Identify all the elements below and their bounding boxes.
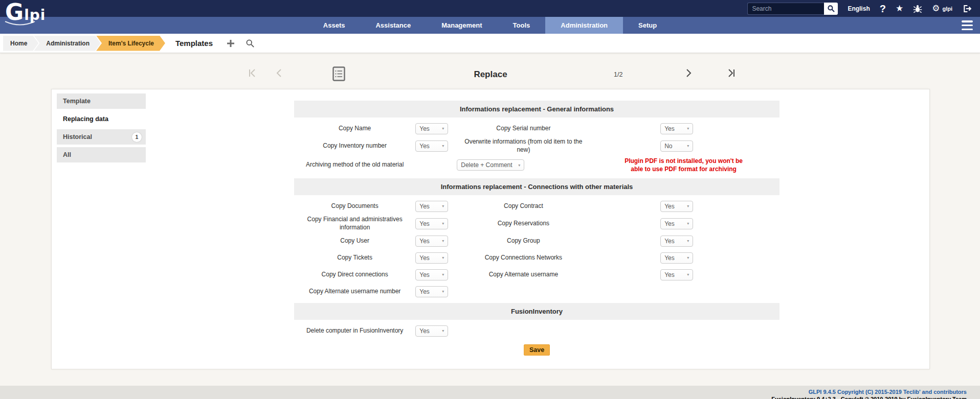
language-selector[interactable]: English	[848, 5, 870, 12]
dropdown-value: No	[664, 143, 672, 150]
global-search	[747, 3, 838, 15]
record-title: Replace	[51, 69, 930, 80]
copy-name-dropdown[interactable]: Yes ▾	[415, 123, 448, 134]
save-button[interactable]: Save	[524, 344, 550, 356]
field-label: Copy User	[294, 236, 415, 246]
copy-user-dropdown[interactable]: Yes ▾	[415, 236, 448, 247]
next-page-button[interactable]	[685, 68, 693, 78]
copyleft-icon: ©	[865, 396, 869, 399]
dropdown-value: Yes	[664, 254, 675, 262]
record-pager: Replace 1/2	[51, 66, 930, 85]
field-label: Copy Tickets	[294, 253, 415, 263]
field-label: Copy Group	[459, 236, 588, 246]
nav-administration[interactable]: Administration	[545, 17, 623, 34]
dropdown-value: Yes	[419, 288, 430, 295]
breadcrumb: Home Administration Item's Lifecycle Tem…	[0, 34, 980, 53]
chevron-down-icon: ▾	[442, 126, 444, 131]
field-label: Delete computer in FusionInventory	[294, 326, 415, 336]
user-settings[interactable]: ⚙ glpi	[932, 4, 952, 13]
field-label: Copy Serial number	[459, 124, 588, 134]
form-row: Copy Direct connections Yes ▾ Copy Alter…	[294, 266, 779, 283]
fusioninventory-copyright[interactable]: FusionInventory 9.4+2.3 - Copyleft © 201…	[0, 396, 967, 399]
bug-report-icon[interactable]	[913, 4, 922, 13]
tab-template[interactable]: Template	[57, 93, 146, 109]
breadcrumb-items-lifecycle[interactable]: Item's Lifecycle	[96, 36, 165, 51]
delete-computer-fusioninventory-dropdown[interactable]: Yes ▾	[415, 325, 448, 337]
bookmark-star-icon[interactable]: ★	[896, 4, 903, 13]
copy-inventory-number-dropdown[interactable]: Yes ▾	[415, 140, 448, 152]
field-label: Copy Documents	[294, 201, 415, 212]
chevron-down-icon: ▾	[687, 272, 689, 277]
overwrite-informations-dropdown[interactable]: No ▾	[660, 140, 693, 152]
field-label: Archiving method of the old material	[294, 160, 415, 170]
chevron-down-icon: ▾	[442, 204, 444, 208]
tab-all[interactable]: All	[57, 147, 146, 162]
tab-historical[interactable]: Historical 1	[57, 129, 146, 145]
record-card: Template Replacing data Historical 1 All…	[51, 89, 930, 369]
dropdown-value: Yes	[419, 238, 430, 245]
archiving-method-dropdown[interactable]: Delete + Comment ▾	[457, 159, 524, 171]
breadcrumb-home[interactable]: Home	[3, 36, 38, 51]
copy-connections-networks-dropdown[interactable]: Yes ▾	[660, 252, 693, 264]
nav-tools[interactable]: Tools	[498, 17, 546, 34]
main-content: Replace 1/2 Template Replacing data Hist…	[0, 66, 980, 399]
section-title-connections: Informations replacement - Connections w…	[294, 178, 779, 195]
tab-count-badge: 1	[132, 132, 142, 142]
form-row: Copy Tickets Yes ▾ Copy Connections Netw…	[294, 249, 779, 266]
dropdown-value: Yes	[419, 143, 430, 150]
form-row: Copy Name Yes ▾ Copy Serial number Yes ▾	[294, 120, 779, 137]
tab-label: All	[63, 151, 71, 158]
search-input[interactable]	[747, 3, 824, 15]
nav-assistance[interactable]: Assistance	[360, 17, 426, 34]
search-icon	[246, 39, 255, 48]
field-label: Copy Direct connections	[294, 270, 415, 280]
save-row: Save	[294, 344, 779, 356]
search-icon	[827, 5, 835, 13]
copy-group-dropdown[interactable]: Yes ▾	[660, 236, 693, 247]
field-label: Copy Alternate username	[459, 270, 588, 280]
glpi-copyright-link[interactable]: GLPI 9.4.5 Copyright (C) 2015-2019 Tecli…	[0, 389, 967, 395]
chevron-down-icon: ▾	[442, 272, 444, 277]
help-icon[interactable]: ?	[880, 4, 886, 14]
tab-replacing-data[interactable]: Replacing data	[57, 111, 146, 127]
copy-contract-dropdown[interactable]: Yes ▾	[660, 201, 693, 212]
copy-documents-dropdown[interactable]: Yes ▾	[415, 201, 448, 212]
list-search-button[interactable]	[246, 39, 255, 48]
field-label: Copy Connections Networks	[459, 253, 588, 263]
dropdown-value: Yes	[419, 271, 430, 278]
copy-financial-dropdown[interactable]: Yes ▾	[415, 218, 448, 229]
dropdown-value: Yes	[419, 203, 430, 210]
section-title-fusioninventory: FusionInventory	[294, 303, 779, 320]
replace-form: Informations replacement - General infor…	[294, 89, 779, 369]
chevron-down-icon: ▾	[687, 144, 689, 148]
last-page-button[interactable]	[727, 68, 736, 78]
field-label: Copy Name	[294, 124, 415, 134]
copy-reservations-dropdown[interactable]: Yes ▾	[660, 218, 693, 229]
fusion-copyright-text: 2010-2019 by FusionInventory Team	[871, 396, 967, 399]
copy-serial-number-dropdown[interactable]: Yes ▾	[660, 123, 693, 134]
tab-label: Replacing data	[63, 115, 108, 123]
add-button[interactable]	[226, 39, 235, 48]
hamburger-menu-icon[interactable]	[962, 20, 973, 30]
breadcrumb-administration[interactable]: Administration	[34, 36, 101, 51]
copy-tickets-dropdown[interactable]: Yes ▾	[415, 252, 448, 264]
footer: GLPI 9.4.5 Copyright (C) 2015-2019 Tecli…	[0, 386, 980, 399]
chevron-down-icon: ▾	[687, 126, 689, 131]
chevron-down-icon: ▾	[442, 239, 444, 243]
tab-label: Historical	[63, 133, 92, 140]
nav-assets[interactable]: Assets	[308, 17, 361, 34]
search-button[interactable]	[824, 3, 838, 15]
nav-setup[interactable]: Setup	[623, 17, 672, 34]
copy-alternate-username-dropdown[interactable]: Yes ▾	[660, 269, 693, 280]
dropdown-value: Yes	[664, 125, 675, 132]
pdf-plugin-error: Plugin PDF is not installed, you won't b…	[588, 157, 779, 173]
field-label: Copy Contract	[459, 201, 588, 212]
logout-icon[interactable]	[962, 4, 972, 13]
fusion-copyright-text: FusionInventory 9.4+2.3 - Copyleft	[771, 396, 863, 399]
copy-direct-connections-dropdown[interactable]: Yes ▾	[415, 269, 448, 280]
nav-management[interactable]: Management	[426, 17, 497, 34]
dropdown-value: Yes	[419, 125, 430, 132]
copy-alternate-username-number-dropdown[interactable]: Yes ▾	[415, 286, 448, 297]
plus-icon	[226, 39, 235, 48]
logo-swoosh	[4, 20, 36, 27]
